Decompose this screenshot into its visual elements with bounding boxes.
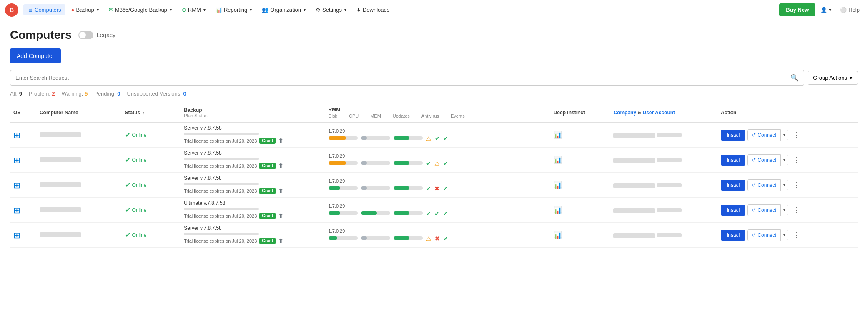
action-cell: Install ↺ Connect ▾ ⋮ [717, 198, 858, 223]
reporting-caret-icon: ▾ [250, 8, 252, 12]
user-account-name [657, 233, 682, 237]
rmm-disk-metric [329, 211, 358, 216]
computers-table-wrapper: OS Computer Name Status ↑ Backup Plan St… [10, 103, 858, 248]
nav-item-settings[interactable]: ⚙ Settings ▾ [311, 4, 351, 15]
name-cell [36, 122, 122, 148]
nav-item-computers[interactable]: 🖥 Computers [23, 4, 65, 15]
nav-item-backup[interactable]: ● Backup ▾ [67, 4, 103, 15]
user-menu[interactable]: 👤 ▾ [817, 4, 835, 15]
th-rmm: RMM Disk CPU MEM Updates Antivirus Event… [325, 103, 550, 122]
navbar: B 🖥 Computers ● Backup ▾ ✉ M365/Google B… [0, 0, 868, 20]
legacy-toggle[interactable] [78, 31, 93, 39]
upload-icon[interactable]: ⬆ [278, 162, 283, 170]
user-account-name [657, 133, 682, 137]
connect-dropdown-button[interactable]: ▾ [781, 155, 788, 165]
page-title: Computers [10, 28, 72, 42]
di-chart-icon[interactable]: 📊 [554, 181, 562, 189]
status-cell: ✔ Online [122, 148, 181, 173]
connect-icon: ↺ [752, 157, 756, 163]
rmm-disk-metric [329, 236, 358, 241]
grant-badge[interactable]: Grant [259, 163, 276, 169]
action-cell: Install ↺ Connect ▾ ⋮ [717, 122, 858, 148]
more-actions-button[interactable]: ⋮ [790, 204, 803, 216]
organization-icon: 👥 [262, 7, 268, 13]
upload-icon[interactable]: ⬆ [278, 237, 283, 245]
connect-dropdown-button[interactable]: ▾ [781, 180, 788, 190]
di-cell: 📊 [550, 223, 610, 248]
help-icon: ⚪ [840, 7, 847, 13]
rmm-antivirus-icon: ✔ [435, 135, 440, 142]
company-cell [610, 148, 717, 173]
th-status[interactable]: Status ↑ [122, 103, 181, 122]
group-actions-button[interactable]: Group Actions ▾ [808, 71, 858, 85]
connect-button[interactable]: ↺ Connect [747, 204, 781, 216]
status-label: Online [132, 157, 147, 163]
install-button[interactable]: Install [721, 230, 745, 241]
filter-problem[interactable]: Problem: 2 [29, 91, 55, 97]
company-name [613, 158, 655, 163]
di-chart-icon[interactable]: 📊 [554, 156, 562, 164]
rmm-icon: ⊕ [182, 7, 186, 13]
rmm-updates-icon: ✔ [426, 185, 431, 192]
grant-badge[interactable]: Grant [259, 138, 276, 144]
upload-icon[interactable]: ⬆ [278, 137, 283, 145]
rmm-events-icon: ✔ [443, 160, 448, 167]
di-chart-icon[interactable]: 📊 [554, 231, 562, 239]
filter-all[interactable]: All: 9 [10, 91, 22, 97]
filter-pending[interactable]: Pending: 0 [94, 91, 120, 97]
os-cell: ⊞ [10, 148, 36, 173]
backup-cell: Server v.7.8.7.58 Trial license expires … [181, 148, 325, 173]
connect-dropdown-button[interactable]: ▾ [781, 230, 788, 240]
page-header: Computers Legacy [10, 28, 858, 42]
rmm-version: 1.7.0.29 [329, 229, 547, 234]
di-chart-icon[interactable]: 📊 [554, 131, 562, 138]
backup-trial-info: Trial license expires on Jul 20, 2023 Gr… [184, 162, 321, 170]
organization-caret-icon: ▾ [304, 8, 306, 12]
more-actions-button[interactable]: ⋮ [790, 154, 803, 166]
filter-warning[interactable]: Warning: 5 [62, 91, 88, 97]
status-label: Online [132, 207, 147, 213]
connect-button[interactable]: ↺ Connect [747, 229, 781, 241]
connect-button[interactable]: ↺ Connect [747, 179, 781, 191]
install-button[interactable]: Install [721, 180, 745, 191]
add-computer-button[interactable]: Add Computer [10, 48, 61, 63]
grant-badge[interactable]: Grant [259, 213, 276, 219]
nav-item-organization[interactable]: 👥 Organization ▾ [258, 4, 310, 15]
more-actions-button[interactable]: ⋮ [790, 129, 803, 141]
grant-badge[interactable]: Grant [259, 238, 276, 244]
di-cell: 📊 [550, 148, 610, 173]
page-content: Computers Legacy Add Computer 🔍 Group Ac… [0, 20, 868, 256]
grant-badge[interactable]: Grant [259, 188, 276, 194]
connect-button[interactable]: ↺ Connect [747, 129, 781, 141]
status-label: Online [132, 232, 147, 238]
table-row: ⊞ ✔ Online Server v.7.8.7.58 Trial licen… [10, 173, 858, 198]
di-chart-icon[interactable]: 📊 [554, 206, 562, 214]
filter-unsupported[interactable]: Unsupported Versions: 0 [127, 91, 186, 97]
backup-trial-info: Trial license expires on Jul 20, 2023 Gr… [184, 212, 321, 220]
nav-item-downloads[interactable]: ⬇ Downloads [352, 4, 394, 15]
buy-new-button[interactable]: Buy New [779, 3, 815, 16]
upload-icon[interactable]: ⬆ [278, 187, 283, 195]
connect-wrapper: ↺ Connect ▾ [747, 229, 788, 241]
search-input[interactable] [15, 75, 790, 81]
connect-wrapper: ↺ Connect ▾ [747, 179, 788, 191]
connect-dropdown-button[interactable]: ▾ [781, 205, 788, 215]
rmm-updates-icon: ✔ [426, 210, 431, 217]
install-button[interactable]: Install [721, 155, 745, 166]
upload-icon[interactable]: ⬆ [278, 212, 283, 220]
connect-button[interactable]: ↺ Connect [747, 154, 781, 166]
connect-icon: ↺ [752, 132, 756, 138]
nav-item-m365[interactable]: ✉ M365/Google Backup ▾ [105, 4, 176, 15]
settings-icon: ⚙ [316, 7, 321, 13]
action-cell: Install ↺ Connect ▾ ⋮ [717, 223, 858, 248]
nav-item-reporting[interactable]: 📊 Reporting ▾ [211, 4, 256, 15]
backup-cell: Server v.7.8.7.58 Trial license expires … [181, 173, 325, 198]
more-actions-button[interactable]: ⋮ [790, 179, 803, 191]
install-button[interactable]: Install [721, 130, 745, 141]
install-button[interactable]: Install [721, 205, 745, 216]
help-button[interactable]: ⚪ Help [837, 4, 863, 15]
rmm-cell: 1.7.0.29 ✔ ⚠ ✔ [325, 148, 550, 173]
connect-dropdown-button[interactable]: ▾ [781, 130, 788, 140]
nav-item-rmm[interactable]: ⊕ RMM ▾ [178, 4, 210, 15]
more-actions-button[interactable]: ⋮ [790, 229, 803, 241]
